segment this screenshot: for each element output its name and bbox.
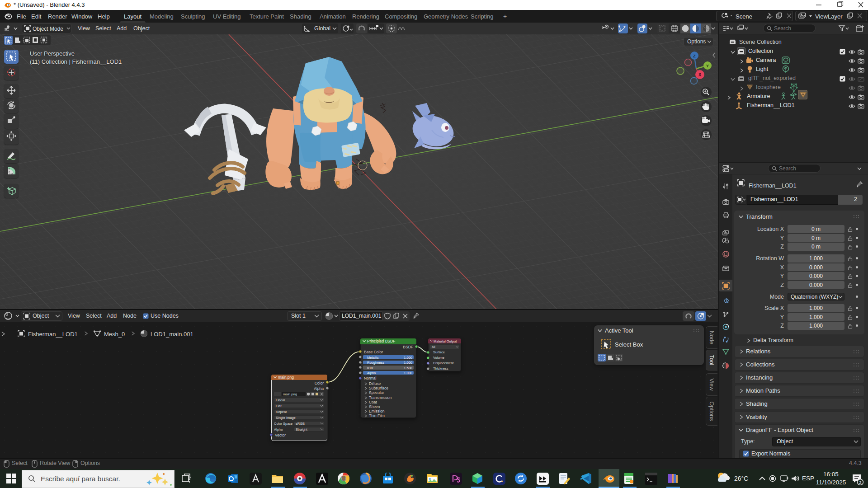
svg-text:X: X	[698, 72, 702, 77]
svg-text:Y: Y	[706, 63, 709, 68]
svg-text:Z: Z	[693, 53, 696, 58]
svg-text:Global: Global	[314, 25, 330, 32]
svg-text:2: 2	[859, 480, 861, 485]
